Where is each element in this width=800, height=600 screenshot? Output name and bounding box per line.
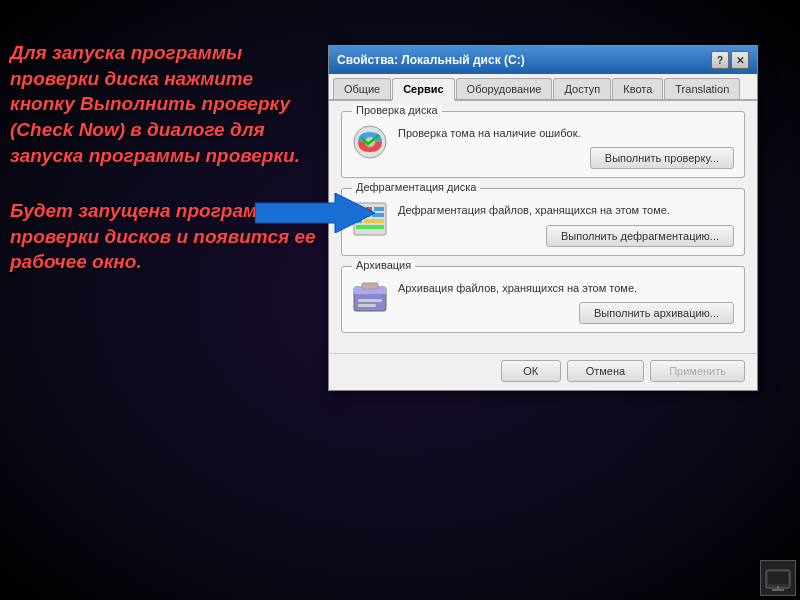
archive-icon [352,279,388,315]
tab-access[interactable]: Доступ [553,78,611,99]
dialog-content: Проверка диска Проверка тома на наличие … [329,101,757,353]
defrag-title: Дефрагментация диска [352,181,480,193]
disk-check-icon [352,124,388,160]
close-button[interactable]: ✕ [731,51,749,69]
defrag-section: Дефрагментация диска Дефрагментация файл… [341,188,745,255]
disk-check-section: Проверка диска Проверка тома на наличие … [341,111,745,178]
archive-description: Архивация файлов, хранящихся на этом том… [398,279,734,296]
svg-rect-15 [358,304,376,307]
ok-button[interactable]: ОК [501,360,561,382]
help-button[interactable]: ? [711,51,729,69]
disk-check-description: Проверка тома на наличие ошибок. [398,124,734,141]
title-bar-buttons: ? ✕ [711,51,749,69]
defrag-body: Дефрагментация файлов, хранящихся на это… [352,197,734,246]
check-now-button[interactable]: Выполнить проверку... [590,147,734,169]
disk-check-button-row: Выполнить проверку... [398,147,734,169]
title-bar: Свойства: Локальный диск (C:) ? ✕ [329,46,757,74]
defrag-button[interactable]: Выполнить дефрагментацию... [546,225,734,247]
instruction-text: Для запуска программы проверки диска наж… [10,40,320,275]
archive-button-row: Выполнить архивацию... [398,302,734,324]
defrag-button-row: Выполнить дефрагментацию... [398,225,734,247]
archive-button[interactable]: Выполнить архивацию... [579,302,734,324]
svg-rect-6 [374,207,384,211]
archive-body: Архивация файлов, хранящихся на этом том… [352,275,734,324]
tabs-bar: Общие Сервис Оборудование Доступ Квота T… [329,74,757,101]
apply-button[interactable]: Применить [650,360,745,382]
archive-title: Архивация [352,259,415,271]
tab-general[interactable]: Общие [333,78,391,99]
tab-translation[interactable]: Translation [664,78,740,99]
para1-text: Для запуска программы проверки диска наж… [10,40,320,168]
svg-rect-14 [358,299,382,302]
svg-rect-16 [362,283,378,289]
archive-section: Архивация Архивация файлов, хранящихся н… [341,266,745,333]
dialog-footer: ОК Отмена Применить [329,353,757,390]
tab-service[interactable]: Сервис [392,78,454,101]
disk-check-body: Проверка тома на наличие ошибок. Выполни… [352,120,734,169]
tab-hardware[interactable]: Оборудование [456,78,553,99]
corner-icon [760,560,796,596]
cancel-button[interactable]: Отмена [567,360,644,382]
defrag-description: Дефрагментация файлов, хранящихся на это… [398,201,734,218]
dialog-title: Свойства: Локальный диск (C:) [337,53,525,67]
properties-dialog: Свойства: Локальный диск (C:) ? ✕ Общие … [328,45,758,391]
svg-marker-0 [255,193,375,233]
arrow-indicator [255,193,375,237]
svg-rect-18 [768,572,788,584]
tab-quota[interactable]: Квота [612,78,663,99]
disk-check-title: Проверка диска [352,104,442,116]
